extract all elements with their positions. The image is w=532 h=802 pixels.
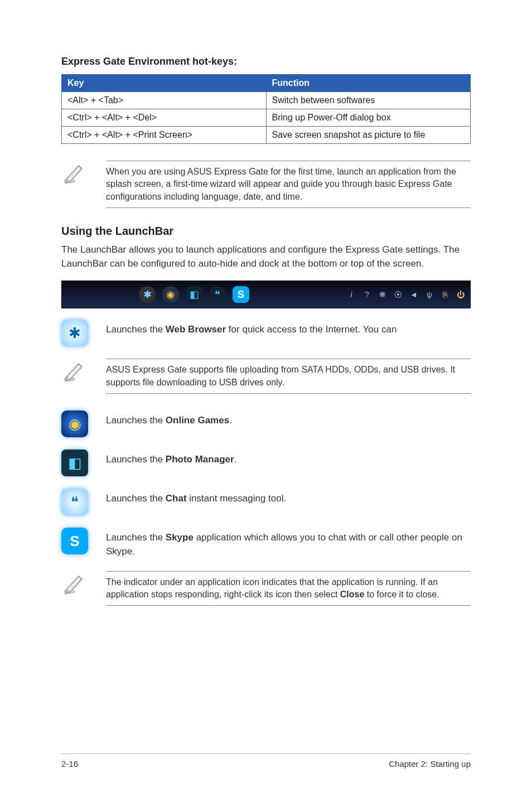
col-function: Function bbox=[266, 75, 471, 92]
note-text: The indicator under an application icon … bbox=[106, 571, 471, 606]
info-icon: i bbox=[346, 289, 356, 299]
cell-fn: Save screen snapshot as picture to file bbox=[266, 127, 471, 144]
page-footer: 2-16 Chapter 2: Starting up bbox=[61, 756, 471, 769]
chapter-label: Chapter 2: Starting up bbox=[389, 759, 471, 769]
cell-key: <Ctrl> + <Alt> + <Print Screen> bbox=[62, 127, 267, 144]
volume-icon: ◄ bbox=[409, 289, 419, 299]
pencil-note-icon bbox=[61, 571, 89, 598]
t: Launches the bbox=[106, 532, 166, 543]
cell-fn: Switch between softwares bbox=[266, 92, 471, 109]
settings-icon: ❋ bbox=[378, 289, 388, 299]
t-strong: Chat bbox=[166, 493, 187, 504]
t-strong: Skype bbox=[166, 532, 194, 543]
skype-icon: S bbox=[233, 286, 249, 303]
page-number: 2-16 bbox=[61, 759, 78, 769]
t: for quick access to the Internet. You ca… bbox=[226, 324, 396, 335]
t: Launches the bbox=[106, 324, 166, 335]
hotkeys-heading: Express Gate Environment hot-keys: bbox=[61, 56, 471, 67]
t: Launches the bbox=[106, 493, 166, 504]
app-item-chat: ❝ Launches the Chat instant messaging to… bbox=[61, 489, 471, 515]
note-block: ASUS Express Gate supports file uploadin… bbox=[61, 359, 471, 394]
power-icon: ⏻ bbox=[456, 289, 466, 299]
logout-icon: ⎘ bbox=[440, 289, 450, 299]
cell-fn: Bring up Power-Off dialog box bbox=[266, 109, 471, 127]
web-browser-icon: ✱ bbox=[61, 320, 88, 346]
hotkeys-table: Key Function <Alt> + <Tab> Switch betwee… bbox=[61, 74, 471, 144]
network-icon: ⦿ bbox=[393, 289, 403, 299]
online-games-text: Launches the Online Games. bbox=[106, 410, 471, 428]
online-games-icon: ◉ bbox=[61, 410, 88, 437]
skype-icon: S bbox=[61, 528, 88, 554]
cell-key: <Alt> + <Tab> bbox=[62, 92, 267, 109]
chat-icon: ❝ bbox=[209, 286, 226, 303]
pencil-note-icon bbox=[61, 161, 89, 187]
t-strong: Online Games bbox=[166, 415, 229, 426]
photo-manager-icon: ◧ bbox=[61, 450, 88, 476]
t: to force it to close. bbox=[364, 590, 439, 599]
table-row: <Ctrl> + <Alt> + <Print Screen> Save scr… bbox=[62, 127, 471, 144]
t-strong: Photo Manager bbox=[166, 454, 234, 465]
usb-icon: ψ bbox=[424, 289, 434, 299]
table-row: <Ctrl> + <Alt> + <Del> Bring up Power-Of… bbox=[62, 109, 471, 127]
help-icon: ? bbox=[362, 289, 372, 299]
games-icon: ◉ bbox=[162, 286, 179, 303]
note-block: When you are using ASUS Express Gate for… bbox=[61, 161, 471, 208]
t: instant messaging tool. bbox=[187, 493, 287, 504]
web-browser-text: Launches the Web Browser for quick acces… bbox=[106, 320, 471, 337]
chat-icon: ❝ bbox=[61, 489, 88, 515]
launchbar-body: The LaunchBar allows you to launch appli… bbox=[61, 243, 471, 270]
app-item-skype: S Launches the Skype application which a… bbox=[61, 528, 471, 558]
footer-rule bbox=[61, 753, 471, 754]
cell-key: <Ctrl> + <Alt> + <Del> bbox=[62, 109, 267, 127]
launchbar-heading: Using the LaunchBar bbox=[61, 225, 471, 238]
t: Launches the bbox=[106, 454, 166, 465]
pencil-note-icon bbox=[61, 359, 89, 385]
t-strong: Close bbox=[340, 590, 365, 599]
col-key: Key bbox=[62, 75, 267, 92]
photo-icon: ◧ bbox=[186, 286, 202, 303]
note-text: When you are using ASUS Express Gate for… bbox=[106, 161, 471, 208]
app-item-web-browser: ✱ Launches the Web Browser for quick acc… bbox=[61, 320, 471, 346]
note-block: The indicator under an application icon … bbox=[61, 571, 471, 606]
note-text: ASUS Express Gate supports file uploadin… bbox=[106, 359, 471, 394]
t: . bbox=[234, 454, 237, 465]
launchbar-screenshot: ✱ ◉ ◧ ❝ S i ? ❋ ⦿ ◄ ψ ⎘ ⏻ bbox=[61, 281, 471, 308]
table-row: <Alt> + <Tab> Switch between softwares bbox=[62, 92, 471, 109]
app-item-online-games: ◉ Launches the Online Games. bbox=[61, 410, 471, 437]
skype-text: Launches the Skype application which all… bbox=[106, 528, 471, 558]
app-item-photo-manager: ◧ Launches the Photo Manager. bbox=[61, 450, 471, 476]
t: Launches the bbox=[106, 415, 166, 426]
photo-manager-text: Launches the Photo Manager. bbox=[106, 450, 471, 467]
browser-icon: ✱ bbox=[139, 286, 156, 303]
t-strong: Web Browser bbox=[166, 324, 226, 335]
chat-text: Launches the Chat instant messaging tool… bbox=[106, 489, 471, 506]
t: . bbox=[229, 415, 232, 426]
